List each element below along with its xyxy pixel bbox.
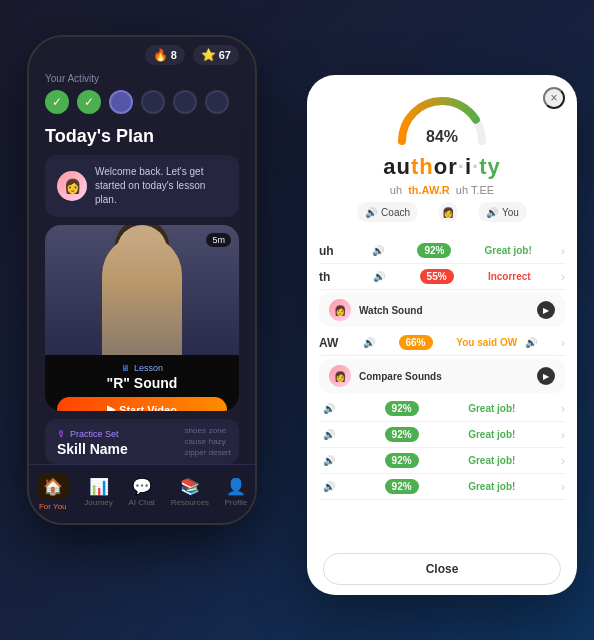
score-row-4[interactable]: 🔊 92% Great job! › (319, 396, 565, 422)
watch-play-button[interactable]: ▶ (537, 301, 555, 319)
lesson-info: 🖥 Lesson "R" Sound ▶ Start Video (45, 355, 239, 411)
todays-plan-title: Today's Plan (45, 126, 239, 147)
coach-you-row: 🔊 Coach 👩 🔊 You (323, 202, 561, 222)
score-section-2: th 🔊 55% Incorrect › 👩 Watch Sound ▶ (319, 264, 565, 327)
video-duration: 5m (206, 233, 231, 247)
close-button[interactable]: × (543, 87, 565, 109)
compare-sounds-card[interactable]: 👩 Compare Sounds ▶ (319, 359, 565, 393)
score-row-5[interactable]: 🔊 92% Great job! › (319, 422, 565, 448)
nav-journey[interactable]: 📊 Journey (84, 477, 112, 507)
arrow-1: › (561, 244, 565, 258)
dot-2: ✓ (77, 90, 101, 114)
person-silhouette (102, 235, 182, 355)
status-3: You said OW (456, 337, 517, 348)
score-rows: uh 🔊 92% Great job! › th 🔊 55% Incorrect… (307, 238, 577, 543)
speaker-1: 🔊 (372, 245, 384, 256)
nav-profile[interactable]: 👤 Profile (225, 477, 248, 507)
fire-icon: 🔥 (153, 48, 168, 62)
word-4: hazy (209, 437, 231, 446)
watch-sound-card[interactable]: 👩 Watch Sound ▶ (319, 293, 565, 327)
compare-avatar: 👩 (329, 365, 351, 387)
left-phone: 🔥 8 ⭐ 67 Your Activity ✓ ✓ (27, 35, 257, 525)
dot-3 (109, 90, 133, 114)
sound-th: th (319, 270, 339, 284)
speaker-3b: 🔊 (525, 337, 537, 348)
score-badge-5: 92% (385, 427, 419, 442)
nav-ai-chat[interactable]: 💬 AI Chat (128, 477, 155, 507)
status-6: Great job! (468, 455, 515, 466)
practice-words: shoes zone cause hazy zipper desert (185, 426, 231, 457)
score-row-6[interactable]: 🔊 92% Great job! › (319, 448, 565, 474)
streak-badge: 🔥 8 (145, 45, 185, 65)
you-button[interactable]: 🔊 You (478, 202, 527, 222)
dot-5 (173, 90, 197, 114)
word-5: zipper (185, 448, 207, 457)
arrow-7: › (561, 480, 565, 494)
start-video-button[interactable]: ▶ Start Video (57, 397, 227, 411)
arrow-2: › (561, 270, 565, 284)
score-row-3[interactable]: AW 🔊 66% You said OW 🔊 › (319, 330, 565, 356)
resources-icon: 📚 (180, 477, 200, 496)
dot-1: ✓ (45, 90, 69, 114)
word-6: desert (209, 448, 231, 457)
bottom-nav: 🏠 For You 📊 Journey 💬 AI Chat 📚 Resource… (29, 464, 255, 523)
gauge-container: 84% (392, 91, 492, 146)
dot-6 (205, 90, 229, 114)
arrow-4: › (561, 402, 565, 416)
nav-for-you[interactable]: 🏠 For You (37, 473, 69, 511)
score-row-2[interactable]: th 🔊 55% Incorrect › (319, 264, 565, 290)
arrow-3: › (561, 336, 565, 350)
nav-journey-label: Journey (84, 498, 112, 507)
word-3: cause (185, 437, 207, 446)
welcome-card: 👩 Welcome back. Let's get started on tod… (45, 155, 239, 217)
mic-icon: 🎙 (57, 429, 66, 439)
phones-container: 🔥 8 ⭐ 67 Your Activity ✓ ✓ (17, 15, 577, 625)
compare-label: Compare Sounds (359, 371, 442, 382)
dot-4 (141, 90, 165, 114)
welcome-text: Welcome back. Let's get started on today… (95, 165, 227, 207)
score-row-7[interactable]: 🔊 92% Great job! › (319, 474, 565, 500)
speaker-4: 🔊 (323, 403, 335, 414)
word-part-th: th (411, 154, 434, 179)
lesson-type: 🖥 Lesson (57, 363, 227, 373)
you-said-row: You said OW 🔊 (452, 337, 541, 348)
journey-icon: 📊 (89, 477, 109, 496)
watch-sound-content: 👩 Watch Sound (329, 299, 423, 321)
score-badge-7: 92% (385, 479, 419, 494)
nav-profile-label: Profile (225, 498, 248, 507)
video-card: 5m 🖥 Lesson "R" Sound ▶ Start Video (45, 225, 239, 411)
star-icon: ⭐ (201, 48, 216, 62)
compare-play-button[interactable]: ▶ (537, 367, 555, 385)
watch-sound-label: Watch Sound (359, 305, 423, 316)
gauge-percent: 84% (426, 128, 458, 146)
score-badge-4: 92% (385, 401, 419, 416)
streak-count: 8 (171, 49, 177, 61)
status-4: Great job! (468, 403, 515, 414)
lesson-title: "R" Sound (57, 375, 227, 391)
score-row-1[interactable]: uh 🔊 92% Great job! › (319, 238, 565, 264)
score-section-3: AW 🔊 66% You said OW 🔊 › 👩 Compare Sound… (319, 330, 565, 393)
nav-resources[interactable]: 📚 Resources (171, 477, 209, 507)
score-gauge: 84% (323, 91, 561, 146)
right-panel: × 84% (307, 75, 577, 595)
play-icon: ▶ (107, 403, 115, 411)
stars-badge: ⭐ 67 (193, 45, 239, 65)
speaker-2: 🔊 (373, 271, 385, 282)
panel-header: × 84% (307, 75, 577, 238)
score-badge-1: 92% (417, 243, 451, 258)
word-part-4: ty (479, 154, 501, 179)
status-7: Great job! (468, 481, 515, 492)
speaker-6: 🔊 (323, 455, 335, 466)
word-part-1: au (383, 154, 411, 179)
panel-close-button[interactable]: Close (323, 553, 561, 585)
word-main: author·i·ty (323, 154, 561, 180)
sound-aw: AW (319, 336, 339, 350)
word-display: author·i·ty (323, 154, 561, 180)
score-badge-2: 55% (420, 269, 454, 284)
word-1: shoes (185, 426, 207, 435)
chat-icon: 💬 (132, 477, 152, 496)
nav-resources-label: Resources (171, 498, 209, 507)
coach-button[interactable]: 🔊 Coach (357, 202, 418, 222)
user-avatar: 👩 (57, 171, 87, 201)
start-button-label: Start Video (119, 404, 177, 411)
